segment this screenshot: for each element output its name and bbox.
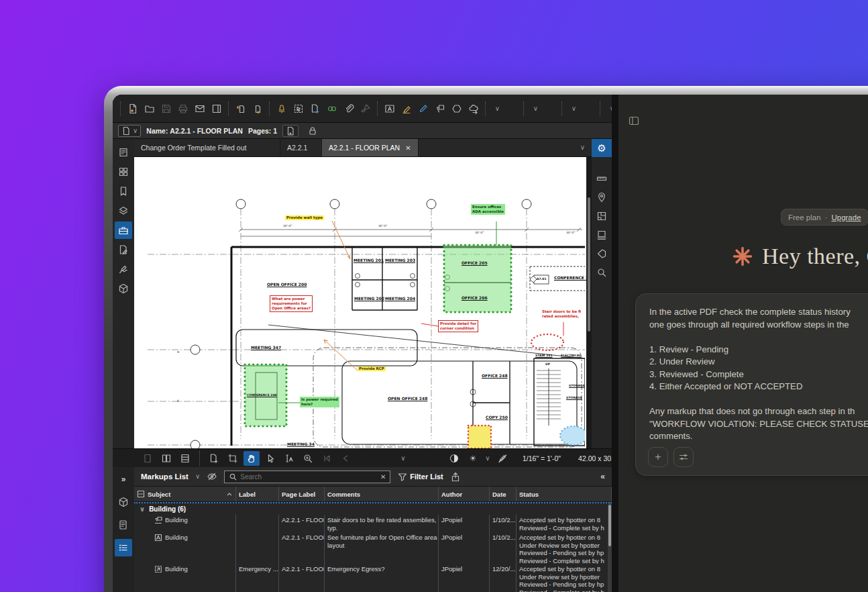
- markup-stair-doors[interactable]: Stair doors to be fi rated assemblies,: [542, 309, 581, 319]
- markups-list-icon[interactable]: [115, 539, 132, 556]
- snapshot-icon[interactable]: [290, 100, 307, 117]
- collapse-panel-icon[interactable]: «: [600, 472, 605, 481]
- document-selector[interactable]: ∨: [118, 125, 141, 137]
- page-add-button[interactable]: [282, 125, 299, 137]
- column-comments[interactable]: Comments: [325, 487, 439, 501]
- clear-search-icon[interactable]: ✕: [380, 473, 386, 481]
- table-row[interactable]: Building A2.2.1 - FLOOR ... Stair doors …: [134, 515, 612, 532]
- signature-icon[interactable]: [115, 260, 132, 278]
- bookmarks-icon[interactable]: [115, 183, 132, 200]
- column-date[interactable]: Date: [490, 487, 517, 501]
- save-icon[interactable]: [158, 100, 174, 117]
- zoom-icon[interactable]: [300, 451, 316, 466]
- column-label[interactable]: Label: [236, 487, 279, 501]
- column-page-label[interactable]: Page Label: [279, 487, 325, 501]
- column-author[interactable]: Author: [439, 487, 490, 501]
- two-page-view-icon[interactable]: [158, 451, 174, 466]
- panel-layout-icon[interactable]: [208, 100, 225, 117]
- toolbox-icon[interactable]: [115, 221, 132, 239]
- hide-markups-pen-icon[interactable]: [494, 451, 510, 466]
- pen-icon[interactable]: [415, 100, 431, 117]
- canvas-vertical-scrollbar[interactable]: [586, 157, 592, 448]
- highlighter-icon[interactable]: [398, 100, 415, 117]
- properties-gear-icon[interactable]: ⚙: [592, 139, 612, 157]
- prompt-text[interactable]: In the active PDF check the complete sta…: [649, 306, 868, 443]
- scale-readout[interactable]: 1/16" = 1'-0": [523, 454, 561, 462]
- contrast-icon[interactable]: [446, 451, 462, 466]
- pan-hand-icon[interactable]: [243, 451, 260, 466]
- spaces-pin-icon[interactable]: [593, 189, 610, 206]
- scrolling-view-icon[interactable]: [177, 451, 193, 466]
- attachment-icon[interactable]: [340, 100, 357, 117]
- tool-dropdown-1[interactable]: ∨: [489, 100, 506, 117]
- brightness-dropdown[interactable]: ∨: [484, 451, 492, 466]
- markup-is-power-required[interactable]: Is power required here?: [300, 397, 339, 407]
- email-icon[interactable]: [191, 100, 208, 117]
- close-tab-icon[interactable]: ✕: [405, 144, 411, 152]
- markup-power-requirements[interactable]: What are power requirements for Open Off…: [270, 295, 313, 312]
- crop-page-icon[interactable]: [225, 451, 241, 466]
- open-folder-icon[interactable]: [141, 100, 158, 117]
- column-status[interactable]: Status: [517, 487, 612, 501]
- 3d-box-icon[interactable]: [115, 493, 132, 511]
- layout-plan-icon[interactable]: [593, 207, 610, 225]
- flatten-brush-icon[interactable]: [357, 100, 374, 117]
- single-page-view-icon[interactable]: [140, 451, 156, 466]
- markup-provide-detail[interactable]: Provide detail for corner condition: [438, 320, 478, 332]
- hyperlink-icon[interactable]: [323, 100, 340, 117]
- tab-change-order[interactable]: Change Order Template Filled out: [134, 139, 280, 156]
- tab-a221[interactable]: A2.2.1: [280, 139, 322, 156]
- hide-markups-icon[interactable]: [207, 471, 217, 482]
- search-input[interactable]: [240, 473, 377, 481]
- window-splitter[interactable]: [612, 95, 618, 592]
- group-row-building[interactable]: ∨Building (6): [134, 503, 612, 515]
- print-icon[interactable]: [174, 100, 191, 117]
- markups-search[interactable]: ✕: [224, 471, 390, 483]
- tab-list-dropdown[interactable]: ∨: [574, 139, 592, 156]
- markup-ensure-ada[interactable]: Ensure offices ADA accessible: [471, 204, 505, 215]
- upgrade-link[interactable]: Upgrade: [831, 213, 861, 221]
- new-document-icon[interactable]: [124, 100, 141, 117]
- layers-icon[interactable]: [115, 202, 132, 219]
- column-subject[interactable]: Subject: [134, 487, 236, 501]
- select-cursor-icon[interactable]: [262, 451, 278, 466]
- markup-provide-rcp[interactable]: Provide RCP: [358, 366, 386, 371]
- import-page-icon[interactable]: [249, 100, 266, 117]
- add-page-icon[interactable]: [206, 451, 222, 466]
- tag-icon[interactable]: [593, 245, 610, 262]
- export-page-icon[interactable]: [232, 100, 249, 117]
- markups-list-dropdown[interactable]: ∨: [195, 473, 200, 480]
- 3d-model-icon[interactable]: [115, 280, 132, 297]
- table-row[interactable]: Building A2.2.1 - FLOOR ... See furnitur…: [134, 532, 612, 564]
- insert-page-icon[interactable]: [307, 100, 323, 117]
- tool-dropdown-3[interactable]: ∨: [565, 100, 582, 117]
- select-text-icon[interactable]: [281, 451, 297, 466]
- prompt-input-box[interactable]: In the active PDF check the complete sta…: [635, 293, 868, 476]
- filter-list-button[interactable]: Filter List: [397, 472, 443, 481]
- polygon-icon[interactable]: [448, 100, 465, 117]
- expand-panel-icon[interactable]: »: [115, 471, 132, 488]
- lamp-tool-icon[interactable]: [273, 100, 290, 117]
- revision-cloud-icon[interactable]: [465, 100, 482, 117]
- attach-plus-button[interactable]: +: [648, 447, 668, 467]
- markup-provide-wall-type[interactable]: Provide wall type: [285, 215, 324, 220]
- brightness-icon[interactable]: ☀: [465, 451, 481, 466]
- capture-media-icon[interactable]: [115, 516, 132, 534]
- markup-tools-icon[interactable]: [115, 241, 132, 258]
- table-scrollbar[interactable]: [608, 503, 612, 592]
- export-list-icon[interactable]: [450, 472, 460, 482]
- table-row[interactable]: Building Emergency ... A2.2.1 - FLOOR ..…: [134, 564, 612, 592]
- page-stack-icon[interactable]: [593, 226, 610, 244]
- text-box-icon[interactable]: [381, 100, 398, 117]
- search-icon[interactable]: [593, 264, 610, 281]
- tool-dropdown-2[interactable]: ∨: [527, 100, 544, 117]
- floor-plan-canvas[interactable]: 30'-0" 30'-0" 30'-0" 30'-0" H G MEETING …: [134, 157, 586, 448]
- callout-icon[interactable]: [431, 100, 448, 117]
- measure-ruler-icon[interactable]: [593, 170, 610, 187]
- lock-icon[interactable]: [304, 122, 321, 140]
- tab-a221-floor-plan[interactable]: A2.2.1 - FLOOR PLAN✕: [322, 139, 419, 156]
- file-access-icon[interactable]: [115, 144, 132, 161]
- navigation-dropdown[interactable]: ∨: [395, 451, 411, 466]
- tools-sliders-button[interactable]: [673, 447, 694, 467]
- thumbnails-icon[interactable]: [115, 163, 132, 181]
